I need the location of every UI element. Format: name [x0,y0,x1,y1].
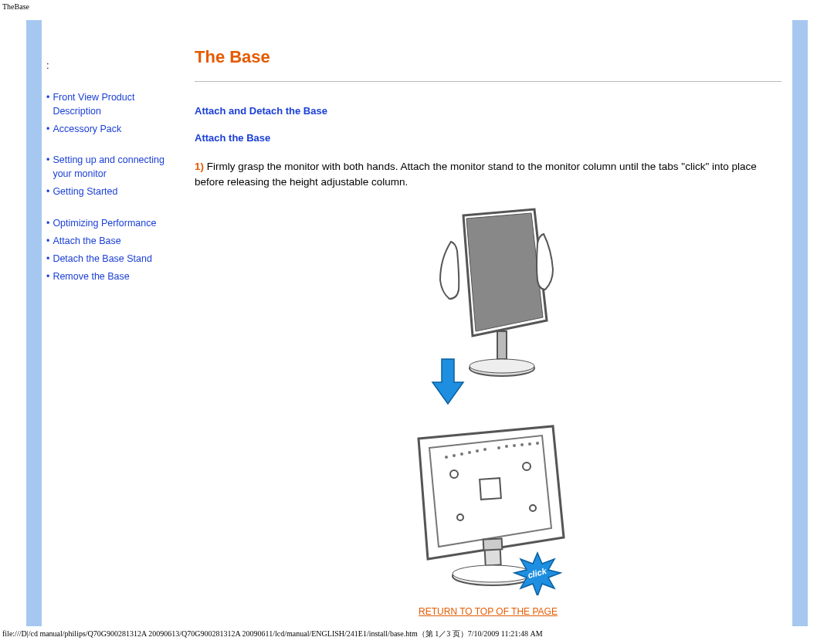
divider [195,81,781,82]
svg-marker-1 [466,213,543,331]
step-1: 1) Firmly grasp the monitor with both ha… [195,159,781,189]
sidebar-item-front-view[interactable]: • Front View Product Description [46,90,185,118]
svg-point-22 [530,505,536,511]
sidebar-link[interactable]: Optimizing Performance [53,216,156,230]
svg-rect-2 [497,331,507,359]
sidebar-item-attach-base[interactable]: • Attach the Base [46,234,185,248]
sidebar-item-optimizing[interactable]: • Optimizing Performance [46,216,185,230]
main-content: The Base Attach and Detach the Base Atta… [195,47,781,617]
illustration-2: click [195,422,781,598]
svg-point-12 [476,449,479,452]
sidebar-item-detach-base[interactable]: • Detach the Base Stand [46,252,185,266]
step-number: 1) [195,161,204,172]
monitor-back-illustration: click [403,422,573,595]
sidebar-item-accessory-pack[interactable]: • Accessory Pack [46,122,185,136]
svg-point-14 [497,446,500,449]
svg-point-16 [513,444,516,447]
page-footer-path: file:///D|/cd manual/philips/Q70G9002813… [2,629,543,639]
svg-marker-5 [432,359,463,404]
click-badge-icon: click [514,553,561,595]
svg-point-18 [528,442,531,446]
sidebar-link[interactable]: Remove the Base [53,269,129,283]
monitor-attach-illustration [409,206,568,411]
bullet-icon: • [46,216,49,230]
svg-point-11 [468,451,471,454]
bullet-icon: • [46,122,49,136]
sidebar-link[interactable]: Getting Started [53,185,117,198]
svg-point-17 [520,443,524,446]
sidebar-item-remove-base[interactable]: • Remove the Base [46,269,185,283]
sidebar-link[interactable]: Accessory Pack [53,122,121,136]
svg-point-23 [450,470,458,478]
svg-point-15 [505,445,508,448]
svg-point-8 [445,456,448,459]
header-breadcrumb: TheBase [0,0,834,12]
bullet-icon: • [46,153,49,181]
sidebar-item-setup-connecting[interactable]: • Setting up and connecting your monitor [46,153,185,181]
page-title: The Base [195,47,781,67]
return-to-top-link[interactable]: RETURN TO TOP OF THE PAGE [195,606,781,617]
arrow-down-icon [432,359,463,404]
decorative-stripe-right [792,20,808,626]
sidebar-prefix: : [46,59,185,73]
svg-point-19 [536,442,539,445]
svg-point-21 [523,463,531,470]
sidebar-link[interactable]: Setting up and connecting your monitor [53,153,185,181]
sidebar-link[interactable]: Detach the Base Stand [53,252,152,266]
sidebar-spacer [46,203,185,212]
bullet-icon: • [46,90,49,118]
subsection-heading: Attach the Base [195,132,781,144]
sidebar-list: • Front View Product Description • Acces… [46,90,185,283]
sidebar-link[interactable]: Attach the Base [53,234,120,248]
bullet-icon: • [46,269,49,283]
svg-point-24 [457,514,463,520]
bullet-icon: • [46,185,49,198]
svg-rect-20 [480,478,501,500]
bullet-icon: • [46,252,49,266]
decorative-stripe-left [26,20,42,626]
step-text: Firmly grasp the monitor with both hands… [195,161,757,188]
svg-point-13 [483,448,486,451]
svg-point-10 [460,452,463,456]
sidebar-item-getting-started[interactable]: • Getting Started [46,185,185,198]
illustration-1 [195,206,781,414]
page-content: : • Front View Product Description • Acc… [0,12,834,626]
svg-point-4 [470,359,534,373]
sidebar-link[interactable]: Front View Product Description [53,90,185,118]
sidebar-nav: : • Front View Product Description • Acc… [46,59,185,287]
bullet-icon: • [46,234,49,248]
svg-point-9 [453,454,456,457]
svg-rect-26 [483,539,503,551]
sidebar-spacer [46,140,185,149]
section-heading: Attach and Detach the Base [195,105,781,117]
